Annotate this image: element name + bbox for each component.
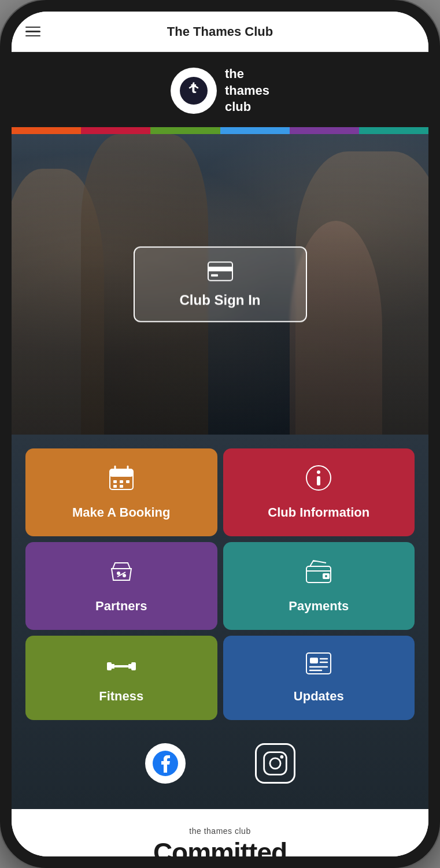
make-a-booking-button[interactable]: Make A Booking (25, 448, 217, 536)
updates-label: Updates (294, 689, 344, 704)
svg-rect-27 (131, 662, 136, 670)
svg-point-22 (325, 575, 327, 577)
phone-frame: The Thames Club t (0, 0, 440, 868)
svg-rect-24 (111, 664, 114, 669)
fitness-label: Fitness (99, 689, 143, 704)
logo-container: t thethamesclub (171, 66, 269, 116)
svg-rect-29 (310, 658, 318, 663)
svg-text:t: t (191, 79, 196, 97)
logo-svg: t (179, 76, 208, 105)
svg-rect-23 (107, 662, 112, 670)
wallet-icon (305, 558, 332, 591)
hamburger-menu[interactable] (25, 27, 40, 37)
payments-label: Payments (289, 599, 349, 614)
credit-card-icon (169, 260, 271, 286)
svg-point-15 (317, 470, 320, 474)
logo-circle: t (171, 68, 217, 114)
header-title: The Thames Club (52, 24, 388, 39)
buttons-grid: Make A Booking Club Information (20, 443, 420, 726)
social-row (20, 726, 420, 801)
hero-area: Club Sign In (12, 134, 428, 435)
svg-rect-3 (208, 266, 232, 271)
updates-icon (305, 652, 332, 681)
svg-rect-9 (113, 480, 117, 483)
footer: the thames club Committed to you (12, 809, 428, 856)
logo-text: thethamesclub (225, 66, 269, 116)
footer-brand: Committed (153, 838, 287, 856)
footer-subtitle: the thames club (189, 826, 250, 836)
svg-rect-16 (317, 476, 320, 485)
club-information-button[interactable]: Club Information (223, 448, 415, 536)
color-bar-purple (290, 127, 359, 134)
calendar-icon (108, 465, 135, 497)
svg-rect-4 (211, 274, 218, 276)
phone-inner: The Thames Club t (12, 12, 428, 856)
info-icon (305, 465, 332, 497)
app-header: The Thames Club (12, 12, 428, 52)
make-booking-label: Make A Booking (72, 505, 171, 520)
svg-point-37 (280, 755, 283, 759)
updates-button[interactable]: Updates (223, 636, 415, 720)
svg-point-18 (123, 574, 126, 577)
main-content: t thethamesclub (12, 52, 428, 856)
svg-point-17 (117, 572, 120, 575)
svg-point-36 (269, 758, 280, 769)
payments-button[interactable]: Payments (223, 542, 415, 630)
club-sign-in-button[interactable]: Club Sign In (134, 246, 307, 322)
color-bar-blue (220, 127, 290, 134)
partners-icon (108, 558, 135, 591)
color-bar-teal (359, 127, 428, 134)
svg-rect-12 (113, 485, 117, 488)
svg-rect-11 (126, 480, 130, 483)
svg-rect-10 (120, 480, 123, 483)
logo-section: t thethamesclub (12, 52, 428, 127)
svg-rect-13 (120, 485, 123, 488)
color-bar-green (150, 127, 220, 134)
partners-label: Partners (95, 599, 147, 614)
color-bar-red (81, 127, 150, 134)
instagram-icon (261, 749, 290, 778)
club-sign-in-label: Club Sign In (169, 292, 271, 308)
dumbbell-icon (107, 652, 136, 681)
color-bar (12, 127, 428, 134)
instagram-button[interactable] (255, 743, 295, 784)
club-information-label: Club Information (268, 505, 369, 520)
svg-rect-6 (110, 469, 133, 477)
fitness-button[interactable]: Fitness (25, 636, 217, 720)
color-bar-orange (12, 127, 81, 134)
partners-button[interactable]: Partners (25, 542, 217, 630)
facebook-icon (153, 751, 178, 776)
svg-rect-35 (264, 752, 286, 774)
svg-rect-25 (114, 665, 128, 667)
facebook-button[interactable] (145, 743, 186, 784)
buttons-section: Make A Booking Club Information (12, 435, 428, 809)
